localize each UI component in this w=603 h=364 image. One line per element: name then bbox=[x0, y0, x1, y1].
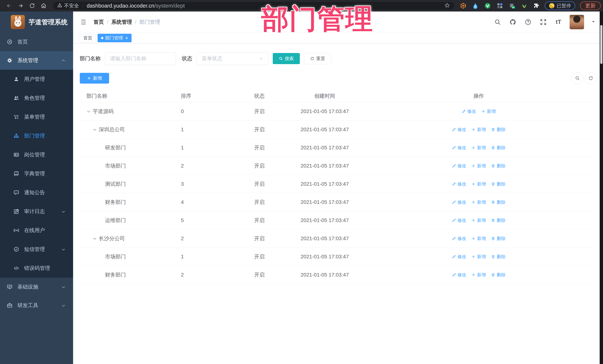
app-logo[interactable]: 芋道管理系统 bbox=[0, 11, 73, 33]
sidebar-item-user-management[interactable]: 用户管理 bbox=[0, 70, 73, 88]
status-select[interactable]: 菜单状态 bbox=[197, 52, 269, 65]
sidebar-item-online-users[interactable]: 在线用户 bbox=[0, 221, 73, 240]
delete-action[interactable]: 删除 bbox=[491, 145, 506, 151]
edit-action[interactable]: 修改 bbox=[452, 217, 466, 223]
bookmark-star-icon[interactable] bbox=[444, 3, 450, 9]
sidebar-item-infrastructure[interactable]: 基础设施 bbox=[0, 278, 73, 296]
add-action[interactable]: 新增 bbox=[471, 181, 486, 187]
extension-green-plant-icon[interactable] bbox=[521, 2, 528, 9]
browser-update-button[interactable]: 更新 bbox=[580, 1, 601, 10]
sidebar-item-error-code-management[interactable]: 错误码管理 bbox=[0, 259, 73, 278]
svg-text:on: on bbox=[512, 6, 514, 8]
sidebar-item-menu-management[interactable]: 菜单管理 bbox=[0, 108, 73, 126]
extension-green-check-icon[interactable] bbox=[484, 2, 491, 9]
search-icon bbox=[575, 76, 580, 81]
table-row: 长沙分公司2开启2021-01-05 17:03:47修改新增删除 bbox=[80, 230, 596, 248]
browser-reload-icon[interactable] bbox=[26, 1, 38, 10]
add-action[interactable]: 新增 bbox=[471, 127, 486, 132]
table-row: 运维部门5开启2021-01-05 17:03:47修改新增删除 bbox=[80, 211, 596, 230]
page-scrollbar[interactable] bbox=[600, 11, 603, 364]
fullscreen-icon[interactable] bbox=[539, 18, 547, 26]
delete-action[interactable]: 删除 bbox=[491, 127, 506, 132]
edit-action[interactable]: 修改 bbox=[452, 236, 466, 242]
sidebar-item-audit-log[interactable]: 审计日志 bbox=[0, 202, 73, 221]
breadcrumb-home[interactable]: 首页 bbox=[93, 19, 104, 26]
expand-chevron-icon[interactable] bbox=[93, 127, 97, 132]
extension-orange-ring-icon[interactable] bbox=[460, 2, 466, 9]
sidebar-item-notice-announcement[interactable]: 通知公告 bbox=[0, 183, 73, 202]
delete-action[interactable]: 删除 bbox=[491, 236, 506, 242]
tab-home[interactable]: 首页 bbox=[80, 34, 96, 42]
delete-action[interactable]: 删除 bbox=[491, 254, 506, 260]
scrollbar-thumb[interactable] bbox=[600, 25, 603, 64]
extension-puzzle-icon[interactable] bbox=[533, 2, 540, 9]
extension-blue-drop-icon[interactable] bbox=[472, 2, 479, 9]
search-icon[interactable] bbox=[494, 18, 502, 26]
create-time-cell: 2021-01-05 17:03:47 bbox=[288, 217, 362, 223]
delete-action[interactable]: 删除 bbox=[491, 181, 506, 187]
font-size-icon[interactable]: tT bbox=[554, 18, 563, 26]
sidebar-item-dept-management[interactable]: 部门管理 bbox=[0, 126, 73, 145]
github-icon[interactable] bbox=[509, 18, 517, 26]
delete-action[interactable]: 删除 bbox=[491, 199, 506, 205]
browser-back-icon[interactable] bbox=[3, 1, 15, 10]
chevron-down-icon bbox=[61, 303, 66, 308]
security-label: 不安全 bbox=[64, 2, 79, 9]
add-icon bbox=[481, 109, 485, 113]
edit-action[interactable]: 修改 bbox=[452, 199, 466, 205]
add-action[interactable]: 新增 bbox=[471, 199, 486, 205]
expand-chevron-icon[interactable] bbox=[86, 109, 91, 114]
browser-forward-icon[interactable] bbox=[15, 1, 26, 10]
dept-name-input[interactable] bbox=[105, 52, 176, 65]
add-action[interactable]: 新增 bbox=[471, 163, 486, 169]
sidebar-item-role-management[interactable]: 角色管理 bbox=[0, 88, 73, 108]
delete-action[interactable]: 删除 bbox=[491, 272, 506, 278]
delete-action[interactable]: 删除 bbox=[491, 163, 506, 169]
sidebar-item-dev-tools[interactable]: 研发工具 bbox=[0, 296, 73, 315]
tab-close-icon[interactable]: × bbox=[125, 36, 128, 40]
refresh-table-button[interactable] bbox=[585, 72, 597, 84]
edit-action[interactable]: 修改 bbox=[452, 272, 466, 278]
delete-action[interactable]: 删除 bbox=[491, 217, 506, 223]
add-button[interactable]: 新增 bbox=[80, 73, 109, 84]
sidebar-item-home[interactable]: 首页 bbox=[0, 33, 73, 51]
edit-action[interactable]: 修改 bbox=[452, 127, 466, 132]
address-bar[interactable]: 不安全 dashboard.yudao.iocoder.cn/system/de… bbox=[53, 1, 454, 10]
add-action[interactable]: 新增 bbox=[471, 145, 486, 151]
user-avatar[interactable] bbox=[570, 15, 584, 29]
toggle-search-button[interactable] bbox=[571, 72, 583, 84]
user-menu-caret-icon[interactable] bbox=[591, 20, 596, 25]
breadcrumb-system[interactable]: 系统管理 bbox=[111, 19, 132, 26]
sidebar-item-sms-management[interactable]: 短信管理 bbox=[0, 240, 73, 259]
add-action[interactable]: 新增 bbox=[471, 272, 486, 278]
search-button[interactable]: 搜索 bbox=[273, 53, 300, 64]
table-row: 芋道源码0开启2021-01-05 17:03:47修改新增 bbox=[80, 102, 596, 121]
header-sort: 排序 bbox=[181, 92, 249, 99]
operations-cell: 修改新增删除 bbox=[362, 163, 596, 169]
extension-paused-chip[interactable]: 已暂停 bbox=[545, 1, 575, 10]
add-action[interactable]: 新增 bbox=[471, 254, 486, 260]
add-action[interactable]: 新增 bbox=[471, 236, 486, 242]
breadcrumb-current: 部门管理 bbox=[139, 19, 160, 26]
browser-home-icon[interactable] bbox=[38, 1, 49, 10]
sidebar-item-post-management[interactable]: 岗位管理 bbox=[0, 145, 73, 164]
edit-action[interactable]: 修改 bbox=[452, 163, 466, 169]
dev-tools-icon bbox=[7, 302, 13, 309]
edit-action[interactable]: 修改 bbox=[452, 181, 466, 187]
sidebar-fold-icon[interactable] bbox=[78, 16, 89, 28]
edit-action[interactable]: 修改 bbox=[462, 109, 476, 114]
tab-dept-management[interactable]: 部门管理 × bbox=[98, 34, 132, 42]
dept-name-cell: 深圳总公司 bbox=[80, 126, 181, 133]
expand-chevron-icon[interactable] bbox=[93, 236, 97, 241]
reset-button[interactable]: 重置 bbox=[304, 53, 331, 64]
help-icon[interactable] bbox=[524, 18, 532, 26]
sidebar-item-system-management[interactable]: 系统管理 bbox=[0, 51, 73, 70]
edit-action[interactable]: 修改 bbox=[452, 254, 466, 260]
add-action[interactable]: 新增 bbox=[481, 109, 496, 114]
add-action[interactable]: 新增 bbox=[471, 217, 486, 223]
sidebar-item-dict-management[interactable]: 字典管理 bbox=[0, 164, 73, 183]
edit-action[interactable]: 修改 bbox=[452, 145, 466, 151]
extension-on-badge-icon[interactable]: on bbox=[509, 2, 515, 9]
extension-grid-squares-icon[interactable] bbox=[497, 2, 503, 9]
chevron-down-icon bbox=[61, 285, 66, 289]
